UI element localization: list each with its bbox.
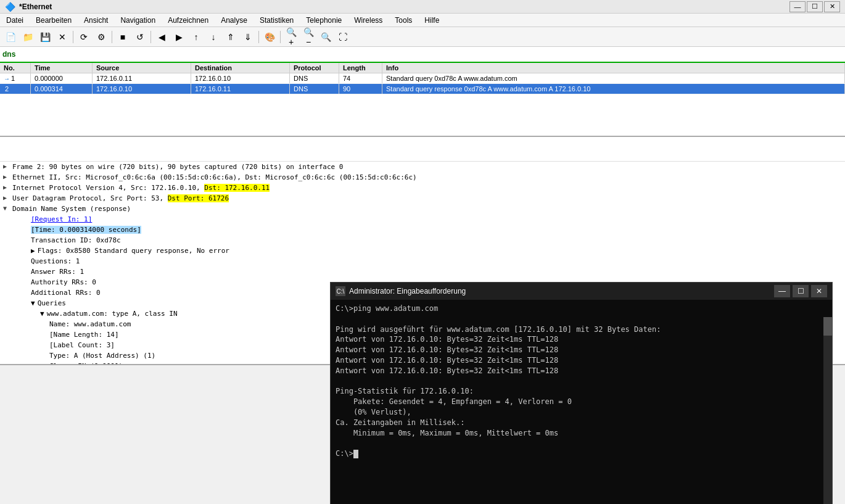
toolbar-sep2	[112, 31, 112, 43]
pkt-no: → 1	[0, 73, 31, 83]
cmd-title: Administrator: Eingabeaufforderung	[349, 287, 466, 295]
cmd-body: C:\>ping www.adatum.com Ping wird ausgef…	[331, 300, 832, 504]
toolbar-reload[interactable]: ⟳	[76, 29, 92, 45]
menu-navigation[interactable]: Navigation	[114, 14, 162, 27]
toolbar-close[interactable]: ✕	[54, 29, 70, 45]
cmd-line	[336, 376, 827, 387]
query-toggle[interactable]: ▼	[40, 310, 44, 318]
cmd-close-button[interactable]: ✕	[811, 285, 827, 297]
toggle-icon: ▶	[3, 194, 7, 201]
cmd-line: Antwort von 172.16.0.10: Bytes=32 Zeit<1…	[336, 345, 827, 355]
toolbar-zoom-fullscreen[interactable]: ⛶	[335, 29, 351, 45]
cmd-line: Antwort von 172.16.0.10: Bytes=32 Zeit<1…	[336, 366, 827, 376]
filter-input[interactable]	[2, 50, 843, 59]
cmd-icon: C:\	[336, 286, 345, 296]
cmd-scroll-thumb[interactable]	[823, 317, 832, 336]
toolbar-open[interactable]: 📁	[20, 29, 36, 45]
pkt-proto: DNS	[290, 84, 339, 94]
maximize-button[interactable]: ☐	[807, 1, 823, 12]
toggle-icon: ▶	[3, 184, 7, 191]
menu-ansicht[interactable]: Ansicht	[78, 14, 114, 27]
toolbar-sep3	[150, 31, 151, 43]
toolbar-capture-options[interactable]: ⚙	[93, 29, 109, 45]
minimize-button[interactable]: —	[789, 1, 806, 12]
header-src: Source	[93, 63, 191, 73]
header-info: Info	[382, 63, 845, 73]
detail-udp[interactable]: ▶ User Datagram Protocol, Src Port: 53, …	[0, 193, 845, 204]
detail-time: [Time: 0.000314000 seconds]	[0, 225, 845, 235]
menu-statistiken[interactable]: Statistiken	[254, 14, 300, 27]
toolbar-go-to-pkt[interactable]: ▶	[171, 29, 187, 45]
menu-wireless[interactable]: Wireless	[348, 14, 389, 27]
toolbar-sep5	[280, 31, 281, 43]
request-in-link[interactable]: [Request In: 1]	[31, 215, 92, 223]
menu-aufzeichnen[interactable]: Aufzeichnen	[162, 14, 215, 27]
title-text: *Ethernet	[19, 2, 52, 11]
cmd-line: C:\>ping www.adatum.com	[336, 304, 827, 314]
pkt-time: 0.000314	[31, 84, 93, 94]
toolbar-last[interactable]: ⇓	[240, 29, 256, 45]
toggle-icon: ▼	[3, 205, 7, 212]
menu-tools[interactable]: Tools	[389, 14, 418, 27]
ip-label: Internet Protocol Version 4, Src: 172.16…	[12, 184, 270, 192]
cmd-line: Ping-Statistik für 172.16.0.10:	[336, 386, 827, 397]
toolbar-next[interactable]: ↓	[205, 29, 221, 45]
toolbar-colorize[interactable]: 🎨	[262, 29, 278, 45]
title-controls: — ☐ ✕	[789, 1, 840, 12]
cmd-title-bar: C:\ Administrator: Eingabeaufforderung —…	[331, 283, 832, 300]
menu-telephonie[interactable]: Telephonie	[300, 14, 348, 27]
toolbar-sep1	[73, 31, 73, 43]
toolbar-prev[interactable]: ↑	[188, 29, 204, 45]
cmd-scrollbar[interactable]	[823, 317, 832, 504]
detail-ip[interactable]: ▶ Internet Protocol Version 4, Src: 172.…	[0, 183, 845, 193]
cmd-line	[336, 438, 827, 448]
toggle-icon: ▶	[3, 163, 7, 170]
table-row[interactable]: → 1 0.000000 172.16.0.11 172.16.0.10 DNS…	[0, 73, 845, 84]
flags-toggle[interactable]: ▶	[31, 247, 35, 255]
menu-bar: Datei Bearbeiten Ansicht Navigation Aufz…	[0, 14, 845, 27]
detail-frame[interactable]: ▶ Frame 2: 90 bytes on wire (720 bits), …	[0, 162, 845, 172]
toolbar-zoom-in[interactable]: 🔍+	[283, 29, 299, 45]
toolbar-restart[interactable]: ↺	[132, 29, 148, 45]
header-dst: Destination	[191, 63, 290, 73]
toolbar-stop[interactable]: ■	[115, 29, 131, 45]
menu-datei[interactable]: Datei	[0, 14, 30, 27]
filter-bar	[0, 47, 845, 63]
app-icon: 🔷	[5, 2, 15, 12]
menu-bearbeiten[interactable]: Bearbeiten	[30, 14, 78, 27]
menu-hilfe[interactable]: Hilfe	[418, 14, 445, 27]
cmd-minimize-button[interactable]: —	[774, 285, 790, 297]
toolbar-save[interactable]: 💾	[37, 29, 53, 45]
cmd-maximize-button[interactable]: ☐	[793, 285, 809, 297]
toolbar-zoom-reset[interactable]: 🔍	[318, 29, 334, 45]
detail-txid: Transaction ID: 0xd78c	[0, 235, 845, 246]
close-button[interactable]: ✕	[824, 1, 840, 12]
detail-ethernet[interactable]: ▶ Ethernet II, Src: Microsof_c0:6c:6a (0…	[0, 172, 845, 183]
pkt-len: 90	[339, 84, 382, 94]
cmd-line: Antwort von 172.16.0.10: Bytes=32 Zeit<1…	[336, 334, 827, 345]
pkt-info: Standard query response 0xd78c A www.ada…	[382, 84, 845, 94]
table-row[interactable]: 2 0.000314 172.16.0.10 172.16.0.11 DNS 9…	[0, 84, 845, 94]
queries-toggle[interactable]: ▼	[31, 299, 35, 307]
toolbar-new[interactable]: 📄	[2, 29, 19, 45]
cmd-controls: — ☐ ✕	[774, 285, 827, 297]
cmd-line	[336, 314, 827, 324]
menu-analyse[interactable]: Analyse	[215, 14, 254, 27]
cmd-prompt-icon: C:\	[337, 288, 345, 295]
pkt-src: 172.16.0.10	[93, 84, 191, 94]
detail-dns[interactable]: ▼ Domain Name System (response)	[0, 204, 845, 214]
cmd-line: (0% Verlust),	[336, 407, 827, 418]
cmd-content[interactable]: C:\>ping www.adatum.com Ping wird ausgef…	[331, 300, 832, 504]
pkt-src: 172.16.0.11	[93, 73, 191, 83]
toolbar-first[interactable]: ⇑	[223, 29, 239, 45]
cmd-line: Minimum = 0ms, Maximum = 0ms, Mittelwert…	[336, 428, 827, 439]
pkt-time: 0.000000	[31, 73, 93, 83]
cmd-window: C:\ Administrator: Eingabeaufforderung —…	[330, 282, 833, 504]
detail-questions: Questions: 1	[0, 256, 845, 266]
main-area: No. Time Source Destination Protocol Len…	[0, 63, 845, 504]
toolbar-zoom-out[interactable]: 🔍−	[300, 29, 316, 45]
packet-list-header: No. Time Source Destination Protocol Len…	[0, 63, 845, 73]
time-value: [Time: 0.000314000 seconds]	[31, 226, 141, 234]
arrow-right-icon: →	[4, 75, 10, 82]
toolbar-scroll-to-pkt[interactable]: ◀	[154, 29, 170, 45]
